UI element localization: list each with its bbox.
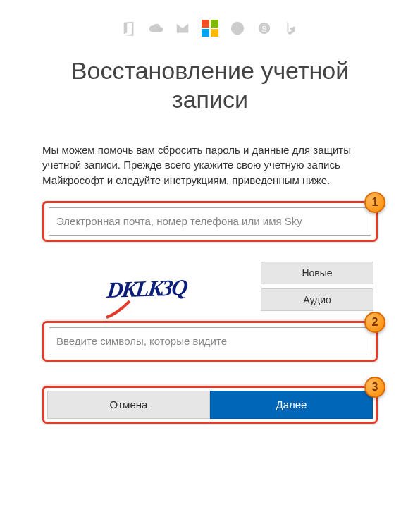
captcha-input[interactable]: [49, 327, 371, 355]
outlook-icon: [175, 20, 190, 36]
xbox-icon: [230, 20, 245, 36]
step-badge-1: 1: [364, 192, 385, 213]
step-badge-3: 3: [364, 377, 385, 398]
microsoft-logo-icon: [202, 20, 218, 37]
captcha-controls: Новые Аудио: [261, 262, 373, 311]
captcha-section: DKLK3Q Новые Аудио: [47, 262, 373, 317]
svg-point-0: [231, 22, 244, 35]
account-input-highlight: 1: [42, 201, 378, 242]
bing-icon: [283, 20, 299, 36]
captcha-input-highlight: 2: [42, 321, 378, 362]
service-icons-row: S: [35, 20, 385, 37]
captcha-audio-button[interactable]: Аудио: [261, 288, 373, 311]
office-icon: [121, 20, 137, 36]
onedrive-icon: [148, 20, 163, 36]
action-buttons-highlight: 3 Отмена Далее: [42, 386, 378, 424]
page-description: Мы можем помочь вам сбросить пароль и да…: [42, 142, 378, 188]
svg-text:S: S: [261, 25, 266, 33]
action-row: Отмена Далее: [47, 391, 373, 419]
skype-icon: S: [257, 20, 272, 36]
account-input[interactable]: [49, 207, 371, 236]
step-badge-2: 2: [364, 312, 385, 333]
page-title: Восстановление учетной записи: [35, 56, 385, 114]
cancel-button[interactable]: Отмена: [47, 391, 210, 419]
captcha-new-button[interactable]: Новые: [261, 262, 373, 284]
captcha-image: DKLK3Q: [47, 262, 247, 317]
next-button[interactable]: Далее: [210, 391, 373, 419]
arrow-annotation-icon: [103, 294, 138, 319]
